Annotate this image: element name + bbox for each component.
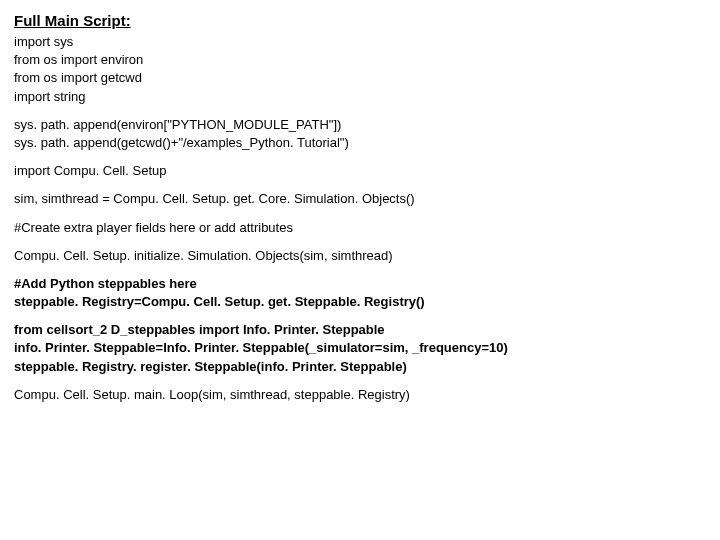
code-line: Compu. Cell. Setup. main. Loop(sim, simt… (14, 386, 706, 404)
code-line: sim, simthread = Compu. Cell. Setup. get… (14, 190, 706, 208)
code-line: import Compu. Cell. Setup (14, 162, 706, 180)
code-line: info. Printer. Steppable=Info. Printer. … (14, 339, 706, 357)
mainloop-block: Compu. Cell. Setup. main. Loop(sim, simt… (14, 386, 706, 404)
code-comment: #Create extra player fields here or add … (14, 219, 706, 237)
code-line: from cellsort_2 D_steppables import Info… (14, 321, 706, 339)
code-line: from os import getcwd (14, 69, 706, 87)
code-line: import string (14, 88, 706, 106)
imports-block: import sys from os import environ from o… (14, 33, 706, 106)
code-comment: #Add Python steppables here (14, 275, 706, 293)
comment-fields-block: #Create extra player fields here or add … (14, 219, 706, 237)
import-setup-block: import Compu. Cell. Setup (14, 162, 706, 180)
code-line: sys. path. append(getcwd()+"/examples_Py… (14, 134, 706, 152)
sim-objects-block: sim, simthread = Compu. Cell. Setup. get… (14, 190, 706, 208)
code-line: from os import environ (14, 51, 706, 69)
code-line: steppable. Registry. register. Steppable… (14, 358, 706, 376)
code-line: Compu. Cell. Setup. initialize. Simulati… (14, 247, 706, 265)
init-sim-block: Compu. Cell. Setup. initialize. Simulati… (14, 247, 706, 265)
path-block: sys. path. append(environ["PYTHON_MODULE… (14, 116, 706, 152)
printer-block: from cellsort_2 D_steppables import Info… (14, 321, 706, 376)
script-title: Full Main Script: (14, 10, 706, 31)
code-line: import sys (14, 33, 706, 51)
steppables-block: #Add Python steppables here steppable. R… (14, 275, 706, 311)
code-line: sys. path. append(environ["PYTHON_MODULE… (14, 116, 706, 134)
code-line: steppable. Registry=Compu. Cell. Setup. … (14, 293, 706, 311)
